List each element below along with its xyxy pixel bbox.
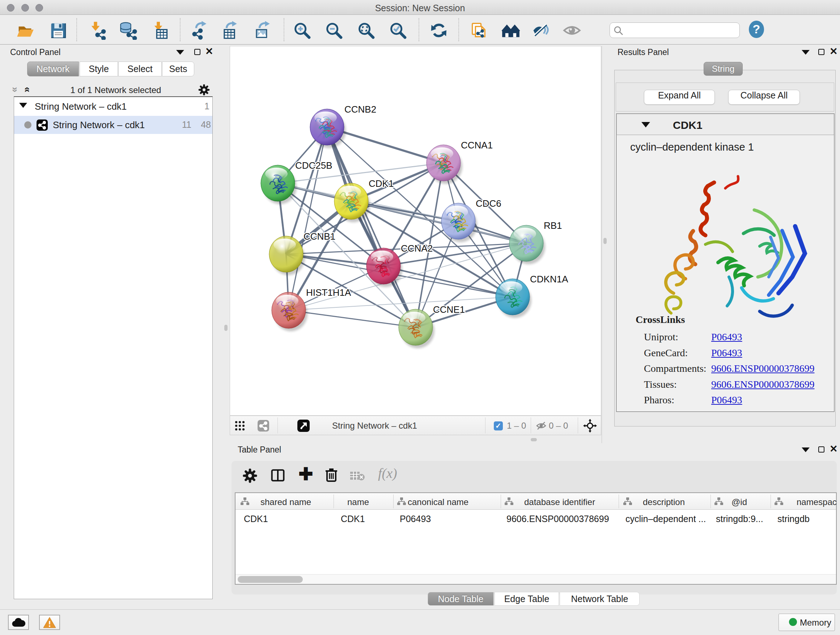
- grid-view-icon[interactable]: [235, 421, 245, 431]
- expand-all-button[interactable]: Expand All: [644, 90, 715, 105]
- crosslink-value[interactable]: 9606.ENSP00000378699: [711, 379, 814, 390]
- table-panel-close-icon[interactable]: ✕: [829, 445, 838, 453]
- control-panel-maximize-icon[interactable]: [194, 49, 201, 55]
- tab-network[interactable]: Network: [27, 62, 79, 76]
- results-panel-float-icon[interactable]: [802, 50, 810, 55]
- tree-row-collection[interactable]: String Network – cdk1 1: [14, 98, 212, 116]
- table-cell[interactable]: CDK1: [244, 514, 268, 524]
- tab-edge-table[interactable]: Edge Table: [494, 592, 559, 606]
- crosslink-value[interactable]: P06493: [711, 347, 742, 359]
- splitter-handle-right[interactable]: [603, 238, 607, 244]
- warning-button[interactable]: [39, 615, 60, 630]
- scrollbar-thumb[interactable]: [238, 576, 303, 583]
- crosslink-value[interactable]: P06493: [711, 394, 742, 406]
- fit-selection-icon[interactable]: [583, 419, 597, 432]
- splitter-handle-left[interactable]: [224, 325, 227, 331]
- tab-node-table[interactable]: Node Table: [428, 592, 494, 606]
- table-horizontal-scrollbar[interactable]: [235, 574, 836, 584]
- collapse-arrow-icon[interactable]: [19, 103, 27, 108]
- network-node-CCNA1[interactable]: CCNA1: [426, 140, 493, 184]
- column-header-name[interactable]: name: [347, 497, 369, 507]
- column-header-sharedname[interactable]: shared name: [261, 497, 311, 507]
- add-column-icon[interactable]: ✚: [298, 464, 313, 484]
- column-header-description[interactable]: description: [643, 497, 685, 507]
- import-network-database-button[interactable]: [118, 21, 137, 40]
- tab-select[interactable]: Select: [118, 62, 162, 76]
- column-header-namespac[interactable]: namespac: [797, 497, 837, 507]
- table-cell[interactable]: stringdb:9...: [716, 514, 763, 524]
- search-input[interactable]: [609, 22, 740, 38]
- tree-row-network[interactable]: String Network – cdk1 11 48: [14, 116, 212, 134]
- table-cell[interactable]: CDK1: [341, 514, 365, 524]
- cloud-button[interactable]: [8, 615, 29, 630]
- results-entry-header[interactable]: CDK1: [617, 114, 834, 135]
- export-network-button[interactable]: [190, 21, 209, 40]
- column-divider[interactable]: [771, 494, 771, 508]
- hidden-counter: 0 – 0: [549, 421, 568, 431]
- network-node-CDKN1A[interactable]: CDKN1A: [496, 274, 568, 318]
- network-graph[interactable]: CCNB2CCNA1CDC25BCDK1CDC6RB1CCNB1CCNA2CDK…: [230, 46, 601, 415]
- delete-column-icon[interactable]: [325, 467, 338, 483]
- column-type-icon: [397, 497, 406, 506]
- open-session-button[interactable]: [16, 21, 34, 40]
- export-table-button[interactable]: [219, 21, 238, 40]
- column-header-databaseidentifier[interactable]: database identifier: [524, 497, 595, 507]
- tab-sets[interactable]: Sets: [162, 62, 194, 76]
- collapse-all-button[interactable]: Collapse All: [728, 90, 800, 105]
- column-header-canonicalname[interactable]: canonical name: [408, 497, 469, 507]
- control-panel-float-icon[interactable]: [176, 50, 184, 55]
- control-panel-close-icon[interactable]: ✕: [205, 48, 213, 55]
- zoom-fit-button[interactable]: [357, 21, 376, 40]
- hide-glasses-button[interactable]: [531, 21, 550, 40]
- memory-button[interactable]: Memory: [778, 614, 835, 631]
- table-cell[interactable]: P06493: [400, 514, 431, 524]
- column-divider[interactable]: [619, 494, 619, 508]
- show-columns-icon[interactable]: [271, 469, 285, 482]
- home-string-button[interactable]: [501, 21, 520, 40]
- network-canvas[interactable]: CCNB2CCNA1CDC25BCDK1CDC6RB1CCNB1CCNA2CDK…: [230, 46, 601, 416]
- save-session-button[interactable]: [49, 21, 67, 40]
- string-network-icon[interactable]: [257, 420, 269, 432]
- help-button[interactable]: ?: [747, 20, 766, 38]
- show-eye-button[interactable]: [562, 21, 581, 40]
- table-cell[interactable]: stringdb: [777, 514, 810, 524]
- results-panel-maximize-icon[interactable]: [818, 49, 824, 55]
- network-node-CCNE1[interactable]: CCNE1: [399, 304, 465, 348]
- collapse-all-networks-icon[interactable]: »: [9, 87, 21, 92]
- results-panel-close-icon[interactable]: ✕: [829, 48, 838, 55]
- crosslink-label: Pharos:: [644, 394, 674, 406]
- zoom-selected-button[interactable]: [388, 21, 407, 40]
- column-divider[interactable]: [501, 494, 501, 508]
- copy-network-button[interactable]: [469, 21, 488, 40]
- table-cell[interactable]: 9606.ENSP00000378699: [507, 514, 609, 524]
- column-divider[interactable]: [711, 494, 711, 508]
- export-image-button[interactable]: [253, 21, 271, 40]
- birdseye-view-icon[interactable]: [297, 420, 309, 432]
- table-cell[interactable]: cyclin–dependent ...: [625, 514, 706, 524]
- expand-all-networks-icon[interactable]: »: [21, 87, 32, 92]
- network-options-gear-icon[interactable]: [197, 83, 210, 96]
- zoom-in-button[interactable]: [293, 21, 311, 40]
- results-tab-string[interactable]: String: [704, 62, 743, 76]
- import-network-file-button[interactable]: [88, 21, 107, 40]
- crosslink-value[interactable]: P06493: [711, 331, 742, 343]
- zoom-out-button[interactable]: [325, 21, 343, 40]
- crosslink-value[interactable]: 9606.ENSP00000378699: [711, 363, 814, 374]
- import-network-file-icon: [88, 21, 107, 40]
- network-node-RB1[interactable]: RB1: [509, 220, 562, 264]
- network-node-CCNB1[interactable]: CCNB1: [269, 231, 335, 275]
- entry-collapse-icon[interactable]: [641, 122, 650, 127]
- tab-style[interactable]: Style: [80, 62, 118, 76]
- tab-network-table[interactable]: Network Table: [560, 592, 639, 606]
- import-table-file-button[interactable]: [150, 21, 169, 40]
- refresh-view-button[interactable]: [429, 21, 448, 40]
- splitter-handle-bottom[interactable]: [531, 438, 537, 441]
- network-node-CDK1[interactable]: CDK1: [334, 178, 393, 222]
- table-panel-float-icon[interactable]: [802, 448, 810, 452]
- column-header-@id[interactable]: @id: [731, 497, 747, 507]
- export-table-icon: [219, 21, 238, 40]
- selected-nodes-checkbox-icon[interactable]: ✓: [494, 421, 503, 431]
- table-panel-maximize-icon[interactable]: [818, 447, 824, 453]
- column-divider[interactable]: [333, 494, 334, 508]
- table-options-gear-icon[interactable]: [242, 467, 258, 484]
